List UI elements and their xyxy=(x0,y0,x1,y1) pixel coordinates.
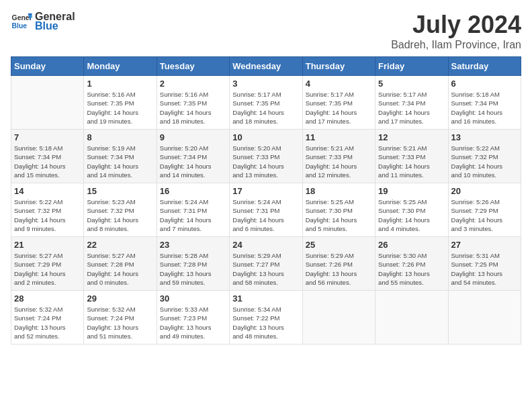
location: Badreh, Ilam Province, Iran xyxy=(391,39,521,51)
day-info: Sunrise: 5:24 AM Sunset: 7:31 PM Dayligh… xyxy=(232,197,299,233)
weekday-header-wednesday: Wednesday xyxy=(230,57,302,76)
calendar-cell: 12Sunrise: 5:21 AM Sunset: 7:33 PM Dayli… xyxy=(375,130,448,183)
day-info: Sunrise: 5:23 AM Sunset: 7:32 PM Dayligh… xyxy=(87,197,153,233)
calendar-table: SundayMondayTuesdayWednesdayThursdayFrid… xyxy=(11,56,521,345)
day-number: 15 xyxy=(87,186,153,196)
day-number: 29 xyxy=(87,293,153,304)
calendar-cell: 10Sunrise: 5:20 AM Sunset: 7:33 PM Dayli… xyxy=(230,130,302,183)
day-number: 16 xyxy=(160,186,226,196)
day-info: Sunrise: 5:32 AM Sunset: 7:24 PM Dayligh… xyxy=(14,305,81,340)
day-number: 26 xyxy=(378,240,445,250)
weekday-header-tuesday: Tuesday xyxy=(157,57,229,76)
calendar-cell: 18Sunrise: 5:25 AM Sunset: 7:30 PM Dayli… xyxy=(302,183,375,237)
day-info: Sunrise: 5:16 AM Sunset: 7:35 PM Dayligh… xyxy=(160,90,226,126)
calendar-cell: 25Sunrise: 5:29 AM Sunset: 7:26 PM Dayli… xyxy=(302,237,375,291)
weekday-header-monday: Monday xyxy=(84,57,157,76)
week-row-1: 7Sunrise: 5:18 AM Sunset: 7:34 PM Daylig… xyxy=(11,130,521,183)
day-info: Sunrise: 5:16 AM Sunset: 7:35 PM Dayligh… xyxy=(87,90,153,126)
weekday-header-thursday: Thursday xyxy=(302,57,375,76)
weekday-header-row: SundayMondayTuesdayWednesdayThursdayFrid… xyxy=(11,57,521,76)
calendar-cell: 6Sunrise: 5:18 AM Sunset: 7:34 PM Daylig… xyxy=(448,76,521,130)
calendar-cell xyxy=(375,291,448,345)
day-number: 5 xyxy=(378,79,445,89)
day-number: 6 xyxy=(451,79,518,89)
header: General Blue General Blue July 2024 Badr… xyxy=(11,11,521,51)
calendar-cell: 2Sunrise: 5:16 AM Sunset: 7:35 PM Daylig… xyxy=(157,76,229,130)
calendar-cell xyxy=(11,76,84,130)
day-number: 24 xyxy=(232,240,299,250)
calendar-cell: 4Sunrise: 5:17 AM Sunset: 7:35 PM Daylig… xyxy=(302,76,375,130)
day-number: 18 xyxy=(306,186,372,196)
weekday-header-sunday: Sunday xyxy=(11,57,84,76)
calendar-cell xyxy=(302,291,375,345)
day-number: 27 xyxy=(451,240,518,250)
week-row-3: 21Sunrise: 5:27 AM Sunset: 7:29 PM Dayli… xyxy=(11,237,521,291)
day-info: Sunrise: 5:20 AM Sunset: 7:33 PM Dayligh… xyxy=(232,144,299,179)
day-number: 11 xyxy=(306,132,372,142)
calendar-cell: 20Sunrise: 5:26 AM Sunset: 7:29 PM Dayli… xyxy=(448,183,521,237)
calendar-cell: 13Sunrise: 5:22 AM Sunset: 7:32 PM Dayli… xyxy=(448,130,521,183)
calendar-cell: 28Sunrise: 5:32 AM Sunset: 7:24 PM Dayli… xyxy=(11,291,84,345)
day-info: Sunrise: 5:31 AM Sunset: 7:25 PM Dayligh… xyxy=(451,251,518,287)
calendar-cell: 26Sunrise: 5:30 AM Sunset: 7:26 PM Dayli… xyxy=(375,237,448,291)
calendar-cell: 30Sunrise: 5:33 AM Sunset: 7:23 PM Dayli… xyxy=(157,291,229,345)
svg-text:Blue: Blue xyxy=(12,22,28,30)
day-number: 2 xyxy=(160,79,226,89)
day-info: Sunrise: 5:27 AM Sunset: 7:28 PM Dayligh… xyxy=(87,251,153,287)
day-info: Sunrise: 5:22 AM Sunset: 7:32 PM Dayligh… xyxy=(14,197,81,233)
week-row-4: 28Sunrise: 5:32 AM Sunset: 7:24 PM Dayli… xyxy=(11,291,521,345)
day-info: Sunrise: 5:17 AM Sunset: 7:35 PM Dayligh… xyxy=(306,90,372,126)
week-row-0: 1Sunrise: 5:16 AM Sunset: 7:35 PM Daylig… xyxy=(11,76,521,130)
day-number: 9 xyxy=(160,132,226,142)
day-number: 17 xyxy=(232,186,299,196)
calendar-cell: 15Sunrise: 5:23 AM Sunset: 7:32 PM Dayli… xyxy=(84,183,157,237)
day-info: Sunrise: 5:25 AM Sunset: 7:30 PM Dayligh… xyxy=(378,197,445,233)
day-info: Sunrise: 5:28 AM Sunset: 7:28 PM Dayligh… xyxy=(160,251,226,287)
day-number: 1 xyxy=(87,79,153,89)
day-number: 22 xyxy=(87,240,153,250)
logo: General Blue General Blue xyxy=(11,11,75,32)
day-info: Sunrise: 5:34 AM Sunset: 7:22 PM Dayligh… xyxy=(232,305,299,340)
day-info: Sunrise: 5:32 AM Sunset: 7:24 PM Dayligh… xyxy=(87,305,153,340)
day-number: 8 xyxy=(87,132,153,142)
day-number: 4 xyxy=(306,79,372,89)
day-info: Sunrise: 5:21 AM Sunset: 7:33 PM Dayligh… xyxy=(306,144,372,179)
calendar-cell: 23Sunrise: 5:28 AM Sunset: 7:28 PM Dayli… xyxy=(157,237,229,291)
calendar-cell: 22Sunrise: 5:27 AM Sunset: 7:28 PM Dayli… xyxy=(84,237,157,291)
calendar-cell: 24Sunrise: 5:29 AM Sunset: 7:27 PM Dayli… xyxy=(230,237,302,291)
day-number: 21 xyxy=(14,240,81,250)
day-number: 23 xyxy=(160,240,226,250)
calendar-cell: 14Sunrise: 5:22 AM Sunset: 7:32 PM Dayli… xyxy=(11,183,84,237)
day-number: 30 xyxy=(160,293,226,304)
calendar-cell: 9Sunrise: 5:20 AM Sunset: 7:34 PM Daylig… xyxy=(157,130,229,183)
day-info: Sunrise: 5:17 AM Sunset: 7:35 PM Dayligh… xyxy=(232,90,299,126)
calendar-cell: 21Sunrise: 5:27 AM Sunset: 7:29 PM Dayli… xyxy=(11,237,84,291)
day-info: Sunrise: 5:18 AM Sunset: 7:34 PM Dayligh… xyxy=(14,144,81,179)
weekday-header-friday: Friday xyxy=(375,57,448,76)
calendar-cell: 17Sunrise: 5:24 AM Sunset: 7:31 PM Dayli… xyxy=(230,183,302,237)
logo-icon: General Blue xyxy=(11,11,32,32)
day-number: 28 xyxy=(14,293,81,304)
day-info: Sunrise: 5:20 AM Sunset: 7:34 PM Dayligh… xyxy=(160,144,226,179)
day-info: Sunrise: 5:25 AM Sunset: 7:30 PM Dayligh… xyxy=(306,197,372,233)
calendar-cell: 19Sunrise: 5:25 AM Sunset: 7:30 PM Dayli… xyxy=(375,183,448,237)
calendar-cell: 1Sunrise: 5:16 AM Sunset: 7:35 PM Daylig… xyxy=(84,76,157,130)
day-info: Sunrise: 5:33 AM Sunset: 7:23 PM Dayligh… xyxy=(160,305,226,340)
day-number: 12 xyxy=(378,132,445,142)
calendar-cell: 8Sunrise: 5:19 AM Sunset: 7:34 PM Daylig… xyxy=(84,130,157,183)
day-info: Sunrise: 5:29 AM Sunset: 7:26 PM Dayligh… xyxy=(306,251,372,287)
title-area: July 2024 Badreh, Ilam Province, Iran xyxy=(391,11,521,51)
day-number: 25 xyxy=(306,240,372,250)
calendar-cell: 7Sunrise: 5:18 AM Sunset: 7:34 PM Daylig… xyxy=(11,130,84,183)
day-info: Sunrise: 5:17 AM Sunset: 7:34 PM Dayligh… xyxy=(378,90,445,126)
month-year: July 2024 xyxy=(391,11,521,39)
day-number: 10 xyxy=(232,132,299,142)
day-info: Sunrise: 5:19 AM Sunset: 7:34 PM Dayligh… xyxy=(87,144,153,179)
day-info: Sunrise: 5:30 AM Sunset: 7:26 PM Dayligh… xyxy=(378,251,445,287)
calendar-cell: 11Sunrise: 5:21 AM Sunset: 7:33 PM Dayli… xyxy=(302,130,375,183)
day-number: 19 xyxy=(378,186,445,196)
week-row-2: 14Sunrise: 5:22 AM Sunset: 7:32 PM Dayli… xyxy=(11,183,521,237)
day-number: 7 xyxy=(14,132,81,142)
day-number: 31 xyxy=(232,293,299,304)
day-info: Sunrise: 5:29 AM Sunset: 7:27 PM Dayligh… xyxy=(232,251,299,287)
